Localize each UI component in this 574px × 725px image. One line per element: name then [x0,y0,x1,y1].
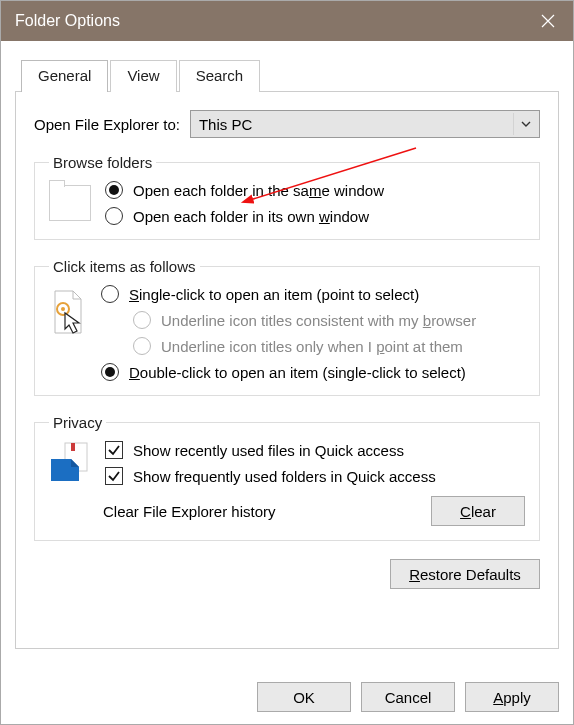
tab-strip: General View Search [21,59,573,91]
folder-icon [49,185,91,221]
check-recent-files[interactable]: Show recently used files in Quick access [105,441,525,459]
dropdown-value: This PC [199,116,252,133]
dialog-footer: OK Cancel Apply [15,682,559,712]
radio-double-click-label: Double-click to open an item (single-cli… [129,364,466,381]
radio-own-window[interactable]: Open each folder in its own window [105,207,525,225]
radio-off-icon [101,285,119,303]
svg-rect-4 [71,443,75,451]
radio-same-window-label: Open each folder in the same window [133,182,384,199]
radio-single-click[interactable]: Single-click to open an item (point to s… [101,285,525,303]
radio-single-click-label: Single-click to open an item (point to s… [129,286,419,303]
check-frequent-folders-label: Show frequently used folders in Quick ac… [133,468,436,485]
radio-underline-point-label: Underline icon titles only when I point … [161,338,463,355]
radio-own-window-label: Open each folder in its own window [133,208,369,225]
folder-options-dialog: Folder Options General View Search Open … [0,0,574,725]
tab-content: Open File Explorer to: This PC Browse fo… [15,91,559,649]
radio-underline-browser-label: Underline icon titles consistent with my… [161,312,476,329]
click-items-legend: Click items as follows [49,258,200,275]
radio-underline-browser: Underline icon titles consistent with my… [133,311,525,329]
clear-history-label: Clear File Explorer history [103,503,276,520]
svg-point-2 [61,307,65,311]
restore-defaults-button[interactable]: Restore Defaults [390,559,540,589]
clear-button[interactable]: Clear [431,496,525,526]
checkbox-checked-icon [105,467,123,485]
privacy-group: Privacy Show recently used f [34,414,540,541]
window-title: Folder Options [15,12,523,30]
radio-underline-point: Underline icon titles only when I point … [133,337,525,355]
chevron-down-icon [513,113,537,135]
tab-general[interactable]: General [21,60,108,92]
radio-on-icon [105,181,123,199]
radio-same-window[interactable]: Open each folder in the same window [105,181,525,199]
browse-folders-legend: Browse folders [49,154,156,171]
tab-search[interactable]: Search [179,60,261,92]
check-recent-files-label: Show recently used files in Quick access [133,442,404,459]
ok-button[interactable]: OK [257,682,351,712]
radio-on-icon [101,363,119,381]
close-icon [541,14,555,28]
privacy-icon [49,441,91,486]
apply-button[interactable]: Apply [465,682,559,712]
check-frequent-folders[interactable]: Show frequently used folders in Quick ac… [105,467,525,485]
checkbox-checked-icon [105,441,123,459]
click-items-group: Click items as follows Single-click to o… [34,258,540,396]
open-explorer-label: Open File Explorer to: [34,116,180,133]
titlebar: Folder Options [1,1,573,41]
cancel-button[interactable]: Cancel [361,682,455,712]
close-button[interactable] [523,1,573,41]
radio-double-click[interactable]: Double-click to open an item (single-cli… [101,363,525,381]
radio-disabled-icon [133,311,151,329]
open-explorer-dropdown[interactable]: This PC [190,110,540,138]
browse-folders-group: Browse folders Open each folder in the s… [34,154,540,240]
tab-view[interactable]: View [110,60,176,92]
radio-disabled-icon [133,337,151,355]
file-cursor-icon [49,289,87,340]
open-explorer-row: Open File Explorer to: This PC [34,110,540,138]
privacy-legend: Privacy [49,414,106,431]
radio-off-icon [105,207,123,225]
